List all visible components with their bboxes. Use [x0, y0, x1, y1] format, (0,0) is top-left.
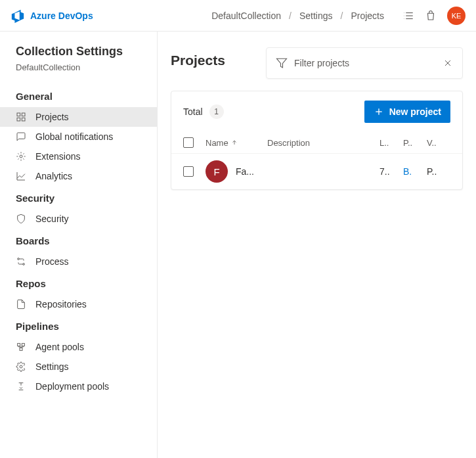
select-all-checkbox[interactable]	[183, 137, 194, 148]
svg-marker-17	[277, 58, 287, 68]
breadcrumb-item-projects[interactable]: Projects	[351, 11, 384, 21]
deployment-pools-icon	[16, 381, 26, 392]
svg-rect-13	[18, 344, 20, 346]
svg-rect-9	[22, 118, 25, 121]
svg-rect-7	[22, 113, 25, 116]
section-boards: Boards	[0, 229, 157, 252]
shopping-bag-icon[interactable]	[425, 10, 437, 22]
sidebar-item-pipeline-settings[interactable]: Settings	[0, 357, 157, 377]
sidebar-item-label: Global notifications	[35, 131, 113, 142]
breadcrumb-item-settings[interactable]: Settings	[299, 11, 333, 21]
sidebar-item-label: Extensions	[35, 151, 80, 162]
agent-pools-icon	[16, 342, 26, 352]
project-last: 7..	[379, 166, 403, 177]
svg-rect-8	[17, 118, 20, 121]
breadcrumb-item-collection[interactable]: DefaultCollection	[211, 11, 281, 21]
topbar-actions: KE	[402, 7, 465, 25]
topbar: Azure DevOps DefaultCollection / Setting…	[0, 0, 476, 32]
sidebar-item-deployment-pools[interactable]: Deployment pools	[0, 377, 157, 396]
extensions-icon	[16, 151, 26, 162]
notifications-icon	[16, 131, 26, 142]
total-count: 1	[209, 104, 224, 119]
sidebar-item-global-notifications[interactable]: Global notifications	[0, 127, 157, 147]
sidebar-item-label: Agent pools	[35, 342, 84, 352]
svg-rect-14	[22, 344, 24, 346]
product-name: Azure DevOps	[30, 11, 93, 21]
svg-rect-6	[17, 113, 20, 116]
sidebar-item-label: Repositories	[35, 299, 87, 309]
svg-point-10	[20, 155, 22, 158]
svg-point-12	[23, 263, 25, 265]
table-header: Name Description L.. P.. V..	[171, 132, 462, 154]
project-process[interactable]: B.	[403, 166, 427, 177]
sidebar-item-security[interactable]: Security	[0, 209, 157, 229]
sidebar-subtitle[interactable]: DefaultCollection	[0, 62, 157, 84]
breadcrumb: DefaultCollection / Settings / Projects	[211, 11, 384, 21]
page-title: Projects	[171, 47, 225, 68]
new-project-label: New project	[389, 106, 441, 117]
sidebar-title: Collection Settings	[0, 45, 157, 62]
sidebar: Collection Settings DefaultCollection Ge…	[0, 32, 158, 458]
section-repos: Repos	[0, 271, 157, 294]
sort-asc-icon	[231, 139, 238, 146]
column-last[interactable]: L..	[379, 138, 403, 148]
table-row[interactable]: F Fa... 7.. B. P..	[171, 154, 462, 189]
sidebar-item-analytics[interactable]: Analytics	[0, 166, 157, 186]
sidebar-item-process[interactable]: Process	[0, 252, 157, 271]
list-icon[interactable]	[402, 10, 414, 22]
plus-icon	[374, 106, 384, 117]
sidebar-item-extensions[interactable]: Extensions	[0, 147, 157, 166]
sidebar-item-label: Deployment pools	[35, 381, 109, 392]
repos-icon	[16, 299, 26, 309]
sidebar-item-label: Projects	[35, 112, 69, 122]
svg-rect-15	[20, 348, 22, 350]
column-name[interactable]: Name	[206, 138, 267, 148]
product-logo[interactable]: Azure DevOps	[11, 9, 93, 23]
filter-icon	[276, 57, 288, 69]
column-description[interactable]: Description	[267, 138, 379, 148]
projects-table-card: Total 1 New project Name Description L..…	[171, 91, 463, 190]
section-security: Security	[0, 186, 157, 209]
filter-input[interactable]	[294, 58, 443, 68]
shield-icon	[16, 214, 26, 224]
filter-box[interactable]	[266, 47, 463, 79]
section-general: General	[0, 84, 157, 107]
sidebar-item-label: Settings	[35, 361, 69, 372]
total-label: Total	[183, 106, 203, 117]
gear-icon	[16, 361, 26, 372]
close-icon	[443, 58, 453, 68]
process-icon	[16, 256, 26, 267]
svg-point-16	[20, 365, 22, 368]
projects-icon	[16, 112, 26, 122]
column-visibility[interactable]: V..	[427, 138, 450, 148]
sidebar-item-label: Process	[35, 256, 69, 267]
breadcrumb-separator: /	[341, 11, 343, 21]
project-name[interactable]: Fa...	[236, 166, 254, 177]
section-pipelines: Pipelines	[0, 314, 157, 337]
project-visibility: P..	[427, 166, 450, 177]
sidebar-item-label: Security	[35, 214, 69, 224]
sidebar-item-agent-pools[interactable]: Agent pools	[0, 337, 157, 357]
filter-close-button[interactable]	[443, 58, 453, 68]
column-process[interactable]: P..	[403, 138, 427, 148]
content-area: Projects Total 1 New project	[158, 32, 476, 458]
project-avatar: F	[206, 160, 228, 183]
row-checkbox[interactable]	[183, 166, 194, 177]
svg-point-11	[18, 258, 20, 260]
sidebar-item-projects[interactable]: Projects	[0, 107, 157, 127]
analytics-icon	[16, 171, 26, 181]
new-project-button[interactable]: New project	[364, 101, 450, 123]
user-avatar[interactable]: KE	[447, 7, 465, 25]
azure-devops-icon	[11, 9, 25, 23]
breadcrumb-separator: /	[289, 11, 292, 21]
sidebar-item-repositories[interactable]: Repositories	[0, 294, 157, 314]
sidebar-item-label: Analytics	[35, 171, 72, 181]
